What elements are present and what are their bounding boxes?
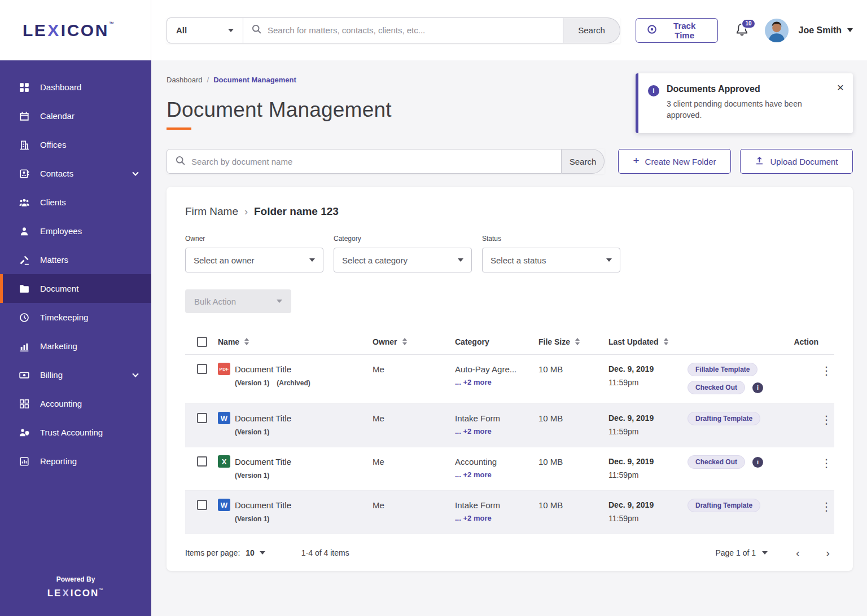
page-select-value: Page 1 of 1 [715, 548, 756, 557]
chevron-down-icon [132, 169, 138, 175]
sidebar-item-matters[interactable]: Matters [0, 245, 151, 274]
category-cell: Intake Form ... +2 more [455, 412, 538, 435]
category-more-link[interactable]: ... +2 more [455, 378, 538, 386]
sidebar-item-billing[interactable]: Billing [0, 360, 151, 389]
toast-documents-approved: i Documents Approved 3 client pending do… [636, 73, 853, 133]
sidebar-item-reporting[interactable]: Reporting [0, 447, 151, 476]
folder-breadcrumb-current: Folder name 123 [254, 205, 339, 218]
items-per-page-select[interactable]: 10 [246, 548, 265, 557]
time-value: 11:59pm [608, 378, 688, 387]
breadcrumb-dashboard[interactable]: Dashboard [167, 76, 203, 84]
bulk-action-button[interactable]: Bulk Action [185, 289, 291, 313]
close-icon[interactable]: × [837, 81, 844, 93]
page-content: i Documents Approved 3 client pending do… [151, 60, 867, 616]
sidebar-item-employees[interactable]: Employees [0, 217, 151, 245]
table-header: Name Owner Category File Size Last Updat… [185, 329, 834, 355]
items-per-page-value: 10 [246, 548, 255, 557]
calendar-icon [19, 111, 30, 121]
previous-page-button[interactable]: ‹ [796, 547, 800, 558]
toast-text: Documents Approved 3 client pending docu… [667, 84, 830, 121]
sidebar-item-marketing[interactable]: Marketing [0, 332, 151, 360]
category-more-link[interactable]: ... +2 more [455, 470, 538, 479]
items-range-text: 1-4 of 4 items [301, 548, 349, 557]
global-search-input[interactable] [268, 25, 554, 35]
global-search-button[interactable]: Search [563, 17, 620, 43]
category-more-link[interactable]: ... +2 more [455, 514, 538, 522]
sidebar-item-timekeeping[interactable]: Timekeeping [0, 303, 151, 332]
owner-filter-label: Owner [185, 235, 323, 243]
accounting-icon [19, 399, 30, 409]
sidebar-item-label: Trust Accounting [40, 428, 103, 437]
row-actions-menu[interactable]: ⋮ [818, 363, 834, 377]
name-cell: PDF Document Title (Version 1) (Archived… [211, 363, 373, 387]
user-menu-chevron-icon[interactable] [847, 28, 853, 32]
document-search-button[interactable]: Search [562, 149, 605, 174]
chevron-down-icon [762, 551, 768, 555]
document-title[interactable]: Document Title [235, 413, 291, 423]
document-title[interactable]: Document Title [235, 457, 291, 467]
status-filter-select[interactable]: Select a status [482, 248, 620, 272]
category-filter-value: Select a category [342, 256, 408, 265]
category-filter-select[interactable]: Select a category [334, 248, 472, 272]
column-header-name[interactable]: Name [211, 337, 373, 346]
items-per-page-label: Items per page: [185, 548, 240, 557]
sidebar-item-trust-accounting[interactable]: Trust Accounting [0, 418, 151, 447]
app-logo[interactable]: LEXICON™ [0, 0, 151, 60]
track-time-button[interactable]: Track Time [636, 18, 718, 43]
row-actions-menu[interactable]: ⋮ [818, 455, 834, 470]
column-header-file-size[interactable]: File Size [538, 337, 608, 346]
sort-icon [402, 338, 407, 345]
row-actions-menu[interactable]: ⋮ [818, 412, 834, 426]
next-page-button[interactable]: › [826, 547, 830, 558]
select-all-checkbox[interactable] [197, 337, 207, 347]
word-file-icon: W [218, 412, 230, 424]
column-header-owner[interactable]: Owner [373, 337, 455, 346]
toast-title: Documents Approved [667, 84, 830, 94]
create-new-folder-button[interactable]: + Create New Folder [618, 149, 731, 174]
table-row: X Document Title (Version 1) Me Accounti… [185, 447, 834, 491]
user-name[interactable]: Joe Smith [799, 25, 842, 36]
column-header-category[interactable]: Category [455, 337, 538, 346]
document-title[interactable]: Document Title [235, 364, 291, 374]
upload-document-button[interactable]: Upload Document [740, 149, 853, 174]
folder-breadcrumb-firm[interactable]: Firm Name [185, 205, 238, 218]
time-value: 11:59pm [608, 514, 688, 523]
chevron-down-icon [458, 258, 463, 262]
owner-filter-select[interactable]: Select an owner [185, 248, 323, 272]
document-title[interactable]: Document Title [235, 500, 291, 510]
info-icon[interactable]: i [752, 457, 763, 468]
owner-cell: Me [373, 499, 455, 510]
sidebar-item-accounting[interactable]: Accounting [0, 389, 151, 418]
status-badge: Fillable Template [688, 363, 757, 376]
info-icon[interactable]: i [752, 382, 763, 393]
date-value: Dec. 9, 2019 [608, 455, 688, 466]
row-checkbox[interactable] [197, 364, 207, 374]
main-area: All Search Track Time 10 Joe Smith i [151, 0, 867, 616]
plus-icon: + [633, 155, 640, 167]
search-scope-select[interactable]: All [167, 17, 243, 43]
page-select[interactable]: Page 1 of 1 [715, 548, 768, 557]
sidebar-item-calendar[interactable]: Calendar [0, 102, 151, 130]
category-value: Intake Form [455, 412, 538, 423]
sidebar-item-dashboard[interactable]: Dashboard [0, 73, 151, 102]
chevron-down-icon [606, 258, 612, 262]
sidebar-item-document[interactable]: Document [0, 274, 151, 303]
row-checkbox[interactable] [197, 500, 207, 510]
avatar[interactable] [765, 19, 789, 42]
row-checkbox[interactable] [197, 413, 207, 423]
badges-cell: Drafting Template [688, 499, 818, 512]
clients-icon [19, 197, 30, 208]
table-row: PDF Document Title (Version 1) (Archived… [185, 355, 834, 404]
sort-icon [575, 338, 580, 345]
sidebar-item-contacts[interactable]: Contacts [0, 159, 151, 188]
row-checkbox[interactable] [197, 456, 207, 467]
category-more-link[interactable]: ... +2 more [455, 427, 538, 435]
category-filter-label: Category [334, 235, 472, 243]
upload-document-label: Upload Document [770, 157, 838, 166]
row-actions-menu[interactable]: ⋮ [818, 499, 834, 513]
sidebar-item-clients[interactable]: Clients [0, 188, 151, 217]
sidebar-item-offices[interactable]: Offices [0, 130, 151, 159]
column-header-last-updated[interactable]: Last Updated [608, 337, 688, 346]
document-search-input[interactable] [191, 157, 553, 166]
notifications-button[interactable]: 10 [735, 23, 750, 38]
